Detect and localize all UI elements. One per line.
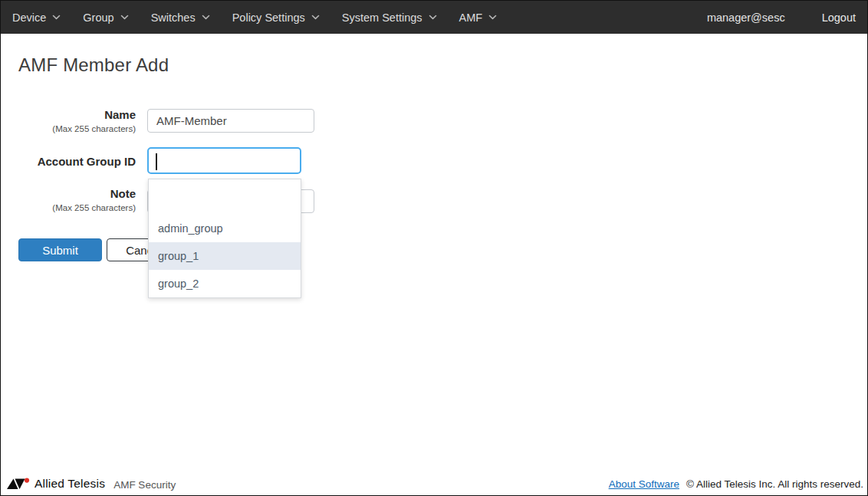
- nav-item-device[interactable]: Device: [12, 11, 61, 24]
- logged-in-user: manager@sesc: [707, 11, 785, 24]
- nav-item-label: Switches: [151, 11, 196, 24]
- name-label-group: Name (Max 255 characters): [1, 108, 136, 134]
- nav-right: manager@sesc Logout: [707, 11, 856, 24]
- allied-telesis-logo-icon: [7, 478, 30, 491]
- footer-legal-group: About Software © Allied Telesis Inc. All…: [609, 478, 863, 490]
- logout-button[interactable]: Logout: [822, 11, 856, 24]
- name-hint: (Max 255 characters): [1, 123, 136, 134]
- about-software-link[interactable]: About Software: [609, 478, 679, 490]
- chevron-down-icon: [120, 15, 129, 20]
- account-group-label: Account Group ID: [1, 155, 136, 169]
- nav-item-label: System Settings: [342, 11, 422, 24]
- nav-item-group[interactable]: Group: [83, 11, 128, 24]
- dropdown-option-group-1[interactable]: group_1: [149, 242, 301, 270]
- name-label: Name: [1, 108, 136, 122]
- nav-item-switches[interactable]: Switches: [151, 11, 210, 24]
- submit-button[interactable]: Submit: [18, 238, 102, 261]
- brand-name: Allied Telesis: [35, 477, 105, 491]
- name-input[interactable]: [147, 109, 314, 133]
- footer: Allied Telesis AMF Security About Softwa…: [1, 475, 867, 495]
- copyright-text: © Allied Telesis Inc. All rights reserve…: [686, 478, 863, 490]
- account-group-id-input[interactable]: [147, 147, 301, 174]
- dropdown-option-admin-group[interactable]: admin_group: [149, 215, 301, 242]
- nav-item-label: AMF: [459, 11, 483, 24]
- note-label: Note: [1, 187, 136, 201]
- nav-item-policy-settings[interactable]: Policy Settings: [232, 11, 320, 24]
- product-name: AMF Security: [113, 478, 176, 491]
- account-group-label-group: Account Group ID: [1, 155, 136, 169]
- amf-member-add-page: Device Group Switches Policy Settings: [0, 0, 868, 496]
- text-cursor: [156, 153, 157, 170]
- chevron-down-icon: [429, 15, 437, 20]
- chevron-down-icon: [52, 15, 61, 20]
- top-navbar: Device Group Switches Policy Settings: [1, 1, 867, 34]
- nav-item-label: Device: [12, 11, 46, 24]
- nav-item-amf[interactable]: AMF: [459, 11, 498, 24]
- dropdown-option-empty[interactable]: [149, 179, 301, 215]
- note-hint: (Max 255 characters): [1, 202, 136, 213]
- page-title: AMF Member Add: [18, 54, 169, 76]
- nav-item-label: Policy Settings: [232, 11, 305, 24]
- chevron-down-icon: [311, 15, 320, 20]
- chevron-down-icon: [488, 15, 497, 20]
- dropdown-option-group-2[interactable]: group_2: [149, 270, 301, 297]
- note-label-group: Note (Max 255 characters): [1, 187, 136, 213]
- account-group-dropdown: admin_group group_1 group_2: [148, 179, 301, 298]
- chevron-down-icon: [202, 15, 210, 20]
- nav-item-system-settings[interactable]: System Settings: [342, 11, 437, 24]
- nav-item-label: Group: [83, 11, 113, 24]
- footer-brand-group: Allied Telesis AMF Security: [7, 477, 176, 491]
- nav-menu: Device Group Switches Policy Settings: [12, 11, 707, 24]
